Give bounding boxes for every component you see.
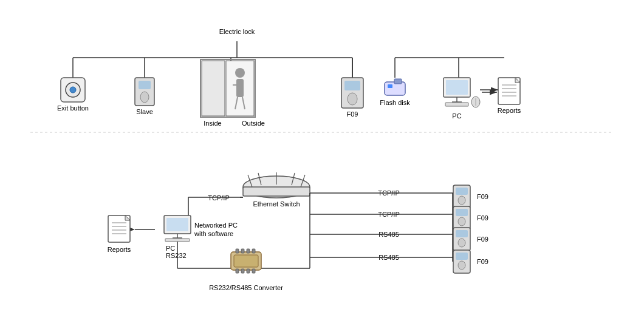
svg-point-15: [70, 87, 76, 93]
svg-rect-87: [236, 269, 239, 273]
diagram-container: Exit button Slave Inside Outside Electri…: [0, 0, 644, 312]
svg-rect-31: [394, 79, 402, 84]
svg-rect-37: [445, 103, 468, 106]
svg-rect-95: [456, 209, 468, 216]
ethernet-switch-label: Ethernet Switch: [253, 200, 300, 208]
f09-r2-label: F09: [477, 214, 488, 222]
pc-bottom-label: PC: [166, 245, 175, 252]
rs232-label: RS232: [166, 252, 187, 259]
svg-rect-89: [247, 269, 250, 273]
svg-rect-84: [241, 249, 244, 253]
svg-line-78: [261, 234, 310, 268]
f09-r4-label: F09: [477, 258, 488, 265]
svg-rect-98: [456, 230, 468, 237]
slave-label: Slave: [136, 108, 153, 115]
svg-rect-20: [202, 61, 225, 116]
inside-label: Inside: [204, 120, 221, 127]
svg-rect-34: [446, 80, 468, 95]
electric-lock-label: Electric lock: [219, 28, 255, 35]
f09-r1-label: F09: [477, 193, 488, 200]
svg-rect-23: [236, 79, 244, 97]
main-diagram-svg: Exit button Slave Inside Outside Electri…: [0, 0, 644, 312]
svg-point-29: [348, 93, 357, 105]
pc-top-label: PC: [452, 112, 461, 120]
networked-pc-label: Networked PC: [194, 222, 238, 229]
svg-rect-17: [139, 81, 151, 89]
exit-button-label: Exit button: [57, 104, 89, 112]
svg-rect-88: [241, 269, 244, 273]
svg-point-96: [458, 217, 465, 226]
converter-label: RS232/RS485 Converter: [209, 284, 283, 291]
tcp-ip-label-left: TCP/IP: [208, 194, 229, 202]
svg-rect-83: [236, 249, 239, 253]
networked-pc-software-label: with software: [194, 230, 233, 237]
f09-r3-label: F09: [477, 236, 488, 243]
svg-rect-92: [456, 188, 468, 195]
svg-rect-101: [456, 253, 468, 260]
f09-top-label: F09: [347, 110, 358, 118]
svg-point-93: [458, 196, 465, 205]
svg-rect-49: [243, 187, 310, 196]
outside-label: Outside: [242, 120, 265, 127]
reports-top-label: Reports: [498, 107, 521, 114]
svg-rect-85: [247, 249, 250, 253]
svg-rect-90: [252, 269, 255, 273]
svg-point-18: [140, 92, 149, 103]
reports-bottom-label: Reports: [108, 246, 131, 253]
flash-disk-label: Flash disk: [380, 99, 410, 106]
svg-rect-86: [252, 249, 255, 253]
svg-rect-28: [344, 81, 360, 90]
svg-point-22: [235, 68, 245, 78]
svg-point-99: [458, 239, 465, 247]
svg-rect-67: [165, 239, 190, 242]
svg-rect-32: [388, 84, 392, 88]
svg-rect-82: [234, 255, 258, 267]
svg-rect-64: [166, 218, 188, 231]
svg-point-102: [458, 261, 465, 270]
